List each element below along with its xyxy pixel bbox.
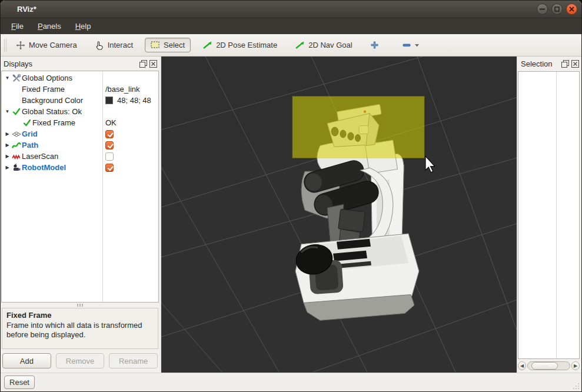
close-button[interactable] <box>566 4 577 15</box>
collapse-arrow-icon[interactable]: ▼ <box>4 75 11 81</box>
pose-estimate-label: 2D Pose Estimate <box>216 41 277 49</box>
pose-estimate-tool[interactable]: 2D Pose Estimate <box>197 38 283 52</box>
resize-grip-icon[interactable] <box>573 383 580 390</box>
scrollbar-thumb[interactable]: ··· <box>531 362 558 370</box>
toolbar-drag-handle[interactable] <box>4 39 6 52</box>
row-label[interactable]: Fixed Frame <box>22 85 65 94</box>
menu-panels[interactable]: Panels <box>31 19 68 33</box>
status-value: OK <box>102 118 158 127</box>
help-title: Fixed Frame <box>6 311 154 321</box>
path-checkbox[interactable] <box>105 141 114 150</box>
panel-resize-handle[interactable] <box>1 303 159 308</box>
scroll-left-icon[interactable]: ◀ <box>518 361 526 370</box>
selection-panel-title: Selection <box>521 59 561 68</box>
selection-hscrollbar[interactable]: ◀ ··· ▶ <box>518 361 580 371</box>
move-camera-icon <box>16 41 25 50</box>
tree-row-laserscan[interactable]: ▶ LaserScan <box>2 151 158 162</box>
row-label[interactable]: Path <box>22 141 38 150</box>
displays-panel-header: Displays <box>1 57 159 71</box>
selection-panel: Selection ◀ ··· <box>518 57 581 373</box>
expand-arrow-icon[interactable]: ▶ <box>4 154 11 159</box>
minimize-button[interactable] <box>537 4 548 15</box>
render-viewport[interactable]: PR2 <box>161 57 517 373</box>
main-area: Displays ▼ <box>1 57 581 373</box>
row-label[interactable]: Grid <box>22 129 38 138</box>
expand-arrow-icon[interactable]: ▶ <box>4 142 11 148</box>
laserscan-checkbox[interactable] <box>105 152 114 161</box>
row-label[interactable]: LaserScan <box>22 152 58 161</box>
maximize-button[interactable] <box>551 4 563 15</box>
select-label: Select <box>164 41 185 49</box>
tree-row-path[interactable]: ▶ Path <box>2 139 158 151</box>
selection-column-separator[interactable] <box>556 72 557 358</box>
row-label[interactable]: Fixed Frame <box>32 118 75 127</box>
tree-row-status-fixed-frame[interactable]: Fixed Frame OK <box>2 117 158 128</box>
help-body: Frame into which all data is transformed… <box>6 321 154 340</box>
status-bar: Reset <box>1 373 581 391</box>
robotmodel-display-icon <box>12 164 21 172</box>
select-rect-icon <box>151 41 160 49</box>
window-controls <box>537 4 577 15</box>
background-color-value[interactable]: 48; 48; 48 <box>102 96 158 105</box>
grid-checkbox[interactable] <box>105 130 114 138</box>
tree-row-robotmodel[interactable]: ▶ RobotModel <box>2 162 158 173</box>
tree-row-background-color[interactable]: Background Color 48; 48; 48 <box>2 95 158 106</box>
row-label[interactable]: RobotModel <box>22 163 66 172</box>
menu-bar: File Panels Help <box>1 18 581 34</box>
tree-column-separator[interactable] <box>102 71 103 302</box>
3d-scene[interactable]: PR2 <box>161 57 517 373</box>
remove-tool-button[interactable] <box>397 40 425 51</box>
tree-row-global-status[interactable]: ▼ Global Status: Ok <box>2 106 158 117</box>
nav-goal-label: 2D Nav Goal <box>308 41 352 49</box>
displays-panel-title: Displays <box>4 59 139 68</box>
tree-row-grid[interactable]: ▶ Grid <box>2 128 158 139</box>
interact-tool[interactable]: Interact <box>89 38 139 53</box>
nav-goal-tool[interactable]: 2D Nav Goal <box>289 38 358 52</box>
fixed-frame-value[interactable]: /base_link <box>102 85 158 94</box>
row-label[interactable]: Global Status: Ok <box>22 107 82 116</box>
selection-box <box>292 97 424 158</box>
interact-label: Interact <box>108 41 133 49</box>
select-tool[interactable]: Select <box>145 38 191 52</box>
green-arrow-icon <box>295 41 305 49</box>
move-camera-label: Move Camera <box>29 41 77 49</box>
scrollbar-track[interactable]: ··· <box>527 361 570 370</box>
row-label[interactable]: Global Options <box>22 74 72 82</box>
title-bar[interactable]: RViz* <box>1 1 581 18</box>
window-title: RViz* <box>17 5 36 14</box>
grid-display-icon <box>12 131 21 138</box>
collapse-arrow-icon[interactable]: ▼ <box>4 109 11 114</box>
rviz-window: RViz* File Panels Help <box>0 0 582 392</box>
displays-tree[interactable]: ▼ Global Options Fixed Frame <box>1 71 159 303</box>
add-tool-button[interactable] <box>364 38 385 52</box>
menu-help[interactable]: Help <box>68 19 98 33</box>
selection-list[interactable] <box>518 71 580 359</box>
tree-row-global-options[interactable]: ▼ Global Options <box>2 72 158 84</box>
robotmodel-checkbox[interactable] <box>105 164 114 172</box>
undock-panel-icon[interactable] <box>139 60 147 68</box>
remove-display-button[interactable]: Remove <box>56 353 105 368</box>
reset-button[interactable]: Reset <box>4 376 35 389</box>
expand-arrow-icon[interactable]: ▶ <box>4 165 11 170</box>
move-camera-tool[interactable]: Move Camera <box>10 38 83 53</box>
expand-arrow-icon[interactable]: ▶ <box>4 131 11 137</box>
add-display-button[interactable]: Add <box>2 353 51 368</box>
row-label[interactable]: Background Color <box>22 96 83 105</box>
close-panel-icon[interactable] <box>571 60 579 68</box>
rename-display-button[interactable]: Rename <box>109 353 158 368</box>
tools-icon <box>12 74 21 82</box>
minimize-icon <box>540 6 545 12</box>
menu-file[interactable]: File <box>4 19 31 33</box>
property-help-box: Fixed Frame Frame into which all data is… <box>2 308 158 349</box>
selection-panel-header: Selection <box>518 57 581 71</box>
scroll-right-icon[interactable]: ▶ <box>571 361 580 370</box>
maximize-icon <box>554 6 560 12</box>
laserscan-display-icon <box>12 153 21 160</box>
close-panel-icon[interactable] <box>149 60 157 68</box>
tree-row-fixed-frame[interactable]: Fixed Frame /base_link <box>2 84 158 95</box>
close-icon <box>569 6 574 12</box>
status-ok-check-icon <box>23 119 31 127</box>
display-actions: Add Remove Rename <box>1 349 159 373</box>
status-ok-check-icon <box>12 108 21 115</box>
undock-panel-icon[interactable] <box>561 60 569 68</box>
